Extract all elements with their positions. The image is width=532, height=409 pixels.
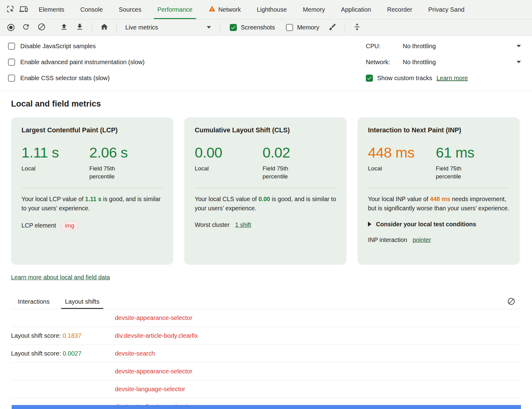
checkbox-unchecked-icon [286, 24, 293, 31]
cls-local-label: Local [195, 165, 263, 173]
adjust-tracks-button[interactable] [351, 21, 363, 34]
tab-elements[interactable]: Elements [31, 0, 72, 19]
tab-label: Lighthouse [257, 6, 287, 13]
toolbar-separator [92, 23, 92, 32]
cls-card: Cumulative Layout Shift (CLS) 0.00 Local… [184, 117, 346, 265]
tab-console[interactable]: Console [72, 0, 111, 19]
lcp-card-title: Largest Contentful Paint (LCP) [22, 127, 163, 134]
cpu-throttling-select[interactable]: CPU: No throttling [366, 38, 521, 54]
network-value: No throttling [403, 59, 436, 66]
score-value: 0.1837 [63, 332, 81, 339]
lcp-local-label: Local [22, 165, 89, 173]
tab-label: Network [218, 6, 241, 13]
checkbox-label: Show custom tracks [377, 75, 432, 82]
learn-more-local-field-link[interactable]: Learn more about local and field data [11, 274, 110, 281]
live-metrics-view: Local and field metrics Largest Contentf… [0, 91, 532, 409]
tab-label: Application [341, 6, 371, 13]
checkbox-label: Enable advanced paint instrumentation (s… [20, 59, 145, 66]
local-test-conditions-disclosure[interactable]: Consider your local test conditions [368, 221, 509, 228]
advanced-paint-instrumentation-checkbox[interactable]: Enable advanced paint instrumentation (s… [8, 54, 145, 70]
cls-field-value: 0.02 [263, 144, 331, 161]
learn-more-link[interactable]: Learn more [436, 75, 468, 82]
layout-shift-row: Layout shift score: 0.1837 div.devsite-a… [11, 327, 520, 345]
checkbox-checked-icon [366, 75, 373, 82]
log-tabbar: Interactions Layout shifts [11, 294, 520, 309]
cpu-value: No throttling [403, 43, 436, 50]
tab-label: Recorder [387, 6, 412, 13]
tab-layout-shifts[interactable]: Layout shifts [64, 294, 100, 309]
devtools-window: Elements Console Sources Performance Net… [0, 0, 532, 409]
inp-interaction-label: INP interaction [368, 236, 407, 243]
desc-value: 0.00 [258, 196, 270, 202]
cpu-label: CPU: [366, 43, 398, 50]
desc-text: Your local LCP value of [22, 196, 85, 202]
gc-brush-button[interactable] [327, 21, 338, 34]
tab-privacy-sandbox[interactable]: Privacy Sand [420, 0, 472, 19]
tab-sources[interactable]: Sources [111, 0, 149, 19]
selected-row-indicator [12, 405, 521, 409]
layout-shift-row: devsite-language-selector [11, 380, 520, 398]
tab-interactions[interactable]: Interactions [17, 294, 50, 309]
clear-log-button[interactable] [505, 295, 517, 308]
record-button[interactable] [6, 22, 16, 33]
device-toolbar-button[interactable] [18, 3, 29, 16]
inp-interaction-link[interactable]: pointer [413, 236, 431, 243]
lcp-local-value: 1.11 s [22, 144, 89, 161]
tab-performance[interactable]: Performance [149, 0, 201, 19]
network-throttling-select[interactable]: Network: No throttling [366, 54, 521, 70]
record-icon [7, 24, 14, 31]
node-link[interactable]: devsite-appearance-selector [115, 368, 192, 375]
disable-js-samples-checkbox[interactable]: Disable JavaScript samples [8, 38, 145, 54]
performance-toolbar: Live metrics Screenshots Memory [0, 19, 532, 36]
tab-application[interactable]: Application [333, 0, 379, 19]
save-profile-button[interactable] [74, 21, 86, 34]
load-profile-button[interactable] [58, 21, 70, 34]
inspect-icon [6, 5, 14, 14]
toolbar-separator [345, 23, 345, 32]
screenshots-checkbox[interactable]: Screenshots [230, 24, 275, 31]
dropdown-arrow-icon [517, 61, 521, 63]
node-link[interactable]: div.devsite-article-body.clearfix [115, 332, 198, 339]
lcp-element-node-link[interactable]: img [61, 221, 78, 230]
tab-label: Elements [39, 6, 64, 13]
lcp-element-label: LCP element [22, 222, 56, 229]
inp-card-title: Interaction to Next Paint (INP) [368, 127, 509, 134]
disclosure-label: Consider your local test conditions [376, 221, 476, 228]
tab-label: Sources [119, 6, 141, 13]
node-link[interactable]: devsite-language-selector [115, 386, 185, 393]
log-tab-label: Layout shifts [65, 298, 99, 305]
score-label: Layout shift score: [11, 350, 63, 357]
screenshots-label: Screenshots [241, 24, 275, 31]
node-link[interactable]: devsite-search [115, 350, 155, 357]
upload-icon [60, 23, 68, 32]
tab-label: Performance [157, 6, 193, 13]
tab-memory[interactable]: Memory [295, 0, 333, 19]
history-select[interactable]: Live metrics [123, 22, 213, 33]
checkbox-label: Enable CSS selector stats (slow) [20, 75, 110, 82]
desc-value: 448 ms [430, 196, 450, 202]
clear-button[interactable] [36, 21, 48, 34]
tab-recorder[interactable]: Recorder [379, 0, 420, 19]
performance-settings: Disable JavaScript samples Enable advanc… [0, 36, 532, 91]
worst-cluster-link[interactable]: 1 shift [235, 221, 251, 228]
tab-lighthouse[interactable]: Lighthouse [249, 0, 295, 19]
tab-network[interactable]: Network [201, 0, 249, 19]
live-metrics-home-button[interactable] [98, 21, 110, 34]
memory-checkbox[interactable]: Memory [286, 24, 319, 31]
show-custom-tracks-checkbox[interactable]: Show custom tracks [366, 70, 432, 86]
tab-label: Console [80, 6, 103, 13]
devtools-tabbar: Elements Console Sources Performance Net… [0, 0, 532, 19]
warning-icon [209, 5, 216, 14]
network-label: Network: [366, 59, 398, 66]
inspect-element-button[interactable] [4, 3, 16, 16]
checkbox-unchecked-icon [8, 75, 15, 82]
card-divider [195, 188, 336, 188]
css-selector-stats-checkbox[interactable]: Enable CSS selector stats (slow) [8, 70, 145, 86]
cls-card-title: Cumulative Layout Shift (CLS) [195, 127, 336, 134]
card-divider [368, 188, 509, 188]
dropdown-arrow-icon [207, 26, 211, 29]
node-link[interactable]: devsite-appearance-selector [115, 314, 192, 321]
score-value: 0.0027 [63, 350, 81, 357]
reload-icon [22, 23, 30, 32]
reload-and-record-button[interactable] [20, 21, 32, 34]
